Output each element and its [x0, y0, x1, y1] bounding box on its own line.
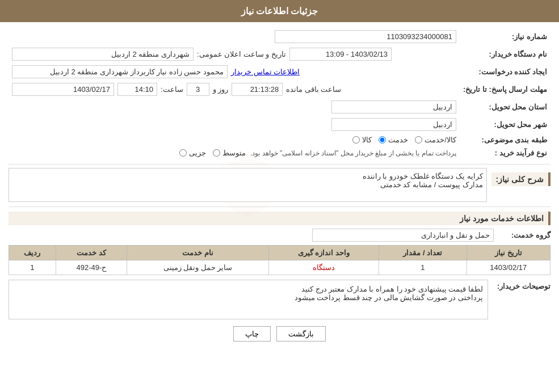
tarikh-value: 1403/02/13 - 13:09: [289, 48, 392, 61]
sharh-value: کرایه یک دستگاه غلطک خودرو با راننده مدا…: [9, 168, 487, 202]
mohlat-date-value: 1403/02/17: [12, 83, 114, 96]
cell-nam: سایر حمل ونقل زمینی: [127, 260, 269, 275]
col-nam-khadamat: نام خدمت: [127, 246, 269, 260]
radio-motavasset-label: متوسط: [222, 149, 246, 157]
divider-2: [9, 206, 550, 207]
shahr-value: اردبیل: [331, 118, 456, 131]
back-button[interactable]: بازگشت: [276, 326, 326, 342]
cell-vahed: دستگاه: [268, 260, 379, 275]
services-table: تاریخ نیاز تعداد / مقدار واحد اندازه گیر…: [9, 245, 550, 275]
sharh-label: شرح کلی نیاز:: [491, 172, 550, 186]
toseye-box: لطفا قیمت پیشنهادی خود را همراه با مدارک…: [9, 280, 488, 319]
khadamat-section-title: اطلاعات خدمات مورد نیاز: [9, 212, 550, 225]
col-radif: ردیف: [9, 246, 56, 260]
mohlat-roz-value: 3: [187, 83, 209, 96]
col-tedad: تعداد / مقدار: [379, 246, 466, 260]
tabaqe-row: کالا/خدمت خدمت کالا: [9, 133, 460, 146]
grohe-khadamat-label: گروه خدمت:: [494, 231, 550, 239]
radio-jozyi[interactable]: جزیی: [179, 149, 206, 157]
shomare-niaz-value: 1103093234000081: [9, 28, 460, 45]
divider-1: [9, 164, 550, 165]
radio-jozyi-input[interactable]: [179, 149, 187, 157]
mohlat-saat-label: ساعت:: [161, 85, 183, 94]
tabaqe-label: طبقه بندی موضوعی:: [460, 133, 550, 146]
sharh-container: AnahTender.net کرایه یک دستگاه غلطک خودر…: [9, 168, 487, 202]
nam-dastgah-value: شهرداری منطقه 2 اردبیل: [12, 48, 194, 61]
print-button[interactable]: چاپ: [233, 326, 271, 342]
radio-kala-input[interactable]: [352, 136, 360, 144]
cell-kod: ح-49-492: [56, 260, 127, 275]
cell-tarikh: 1403/02/17: [466, 260, 550, 275]
page-container: جزئیات اطلاعات نیاز شماره نیاز: 11030932…: [0, 0, 559, 392]
shahr-value-cell: اردبیل: [9, 116, 460, 133]
table-row: 1403/02/17 1 دستگاه سایر حمل ونقل زمینی …: [9, 260, 550, 275]
radio-motavasset[interactable]: متوسط: [213, 149, 246, 157]
noe-farayand-notice: پرداخت تمام یا بخشی از مبلغ خریداز محل "…: [250, 149, 456, 157]
radio-khadamat[interactable]: خدمت: [379, 136, 408, 144]
cell-tedad: 1: [379, 260, 466, 275]
mohlat-baqi-label: ساعت باقی مانده: [286, 85, 341, 94]
nam-dastgah-label: نام دستگاه خریدار:: [460, 45, 550, 63]
grohe-khadamat-value: حمل و نقل و انبارداری: [312, 229, 494, 242]
ijad-konande-label: ایجاد کننده درخواست:: [460, 63, 550, 81]
buttons-row: بازگشت چاپ: [9, 326, 550, 342]
toseye-label: توصیحات خریدار:: [493, 280, 550, 290]
mohlat-baqi-value: 21:13:28: [232, 83, 283, 96]
farayand-radio-group: متوسط جزیی: [179, 149, 246, 157]
col-kod-khadamat: کد خدمت: [56, 246, 127, 260]
toseye-section: توصیحات خریدار: لطفا قیمت پیشنهادی خود ر…: [9, 280, 550, 319]
tarikh-row: 1403/02/13 - 13:09 تاریخ و ساعت اعلان عم…: [9, 45, 460, 63]
radio-motavasset-input[interactable]: [213, 149, 220, 157]
sharh-section: شرح کلی نیاز: AnahTender.net کرایه یک دس…: [9, 168, 550, 202]
col-vahed: واحد اندازه گیری: [268, 246, 379, 260]
shomare-niaz-input: 1103093234000081: [275, 30, 456, 43]
ijad-konande-value: محمود حسن زاده نیار کاربرداز شهرداری منط…: [12, 65, 228, 78]
mohlat-row: ساعت باقی مانده 21:13:28 روز و 3 ساعت: 1…: [9, 81, 460, 98]
mohlat-roz-label: روز و: [213, 85, 229, 94]
radio-khadamat-input[interactable]: [379, 136, 386, 144]
page-title: جزئیات اطلاعات نیاز: [241, 6, 318, 16]
shomare-niaz-label: شماره نیاز:: [460, 28, 550, 45]
cell-radif: 1: [9, 260, 56, 275]
ijad-konande-row: اطلاعات تماس خریدار محمود حسن زاده نیار …: [9, 63, 460, 81]
col-tarikh-niaz: تاریخ نیاز: [466, 246, 550, 260]
grohe-khadamat-row: گروه خدمت: حمل و نقل و انبارداری: [9, 229, 550, 242]
mohlat-saat-value: 14:10: [117, 83, 157, 96]
tarikh-label: تاریخ و ساعت اعلان عمومی:: [197, 50, 286, 58]
radio-kala[interactable]: کالا: [352, 136, 372, 144]
tabaqe-radio-group: کالا/خدمت خدمت کالا: [12, 136, 456, 144]
shahr-label: شهر محل تحویل:: [460, 116, 550, 133]
ettelaat-tamas-link[interactable]: اطلاعات تماس خریدار: [231, 68, 300, 76]
mohlat-label: مهلت ارسال پاسخ: تا تاریخ:: [460, 81, 550, 98]
main-content: شماره نیاز: 1103093234000081 نام دستگاه …: [0, 22, 559, 353]
radio-kala-khadamat-label: کالا/خدمت: [424, 136, 456, 144]
ostan-value-cell: اردبیل: [9, 98, 460, 116]
radio-kala-khadamat-input[interactable]: [415, 136, 422, 144]
radio-kala-label: کالا: [362, 136, 372, 144]
radio-khadamat-label: خدمت: [388, 136, 408, 144]
ostan-value: اردبیل: [331, 100, 456, 113]
page-header: جزئیات اطلاعات نیاز: [0, 0, 559, 22]
noe-farayand-row: پرداخت تمام یا بخشی از مبلغ خریداز محل "…: [9, 146, 460, 159]
info-table: شماره نیاز: 1103093234000081 نام دستگاه …: [9, 28, 550, 159]
noe-farayand-label: نوع فرآیند خرید :: [460, 146, 550, 159]
radio-jozyi-label: جزیی: [189, 149, 206, 157]
ostan-label: استان محل تحویل:: [460, 98, 550, 116]
radio-kala-khadamat[interactable]: کالا/خدمت: [415, 136, 456, 144]
